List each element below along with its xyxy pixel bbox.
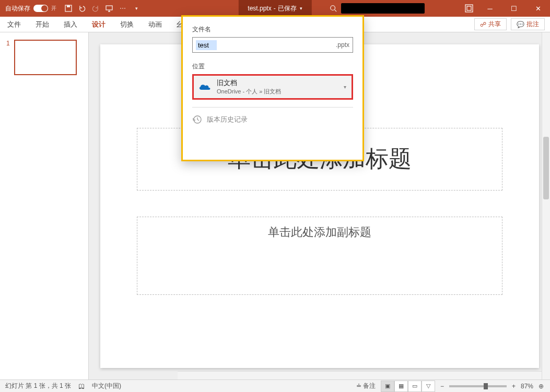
title-dropdown-panel: 文件名 .pptx 位置 旧文档 OneDrive - 个人 » 旧文档 ▾ 版… bbox=[181, 15, 364, 161]
filename-input[interactable] bbox=[196, 40, 217, 50]
redo-icon[interactable] bbox=[91, 4, 100, 13]
title-bar: 自动保存 开 ⋯ ▾ test.pptx - 已保存 ▾ ─ ☐ ✕ bbox=[0, 0, 550, 17]
autosave-state: 开 bbox=[51, 5, 56, 12]
thumbnail-number: 1 bbox=[6, 40, 10, 75]
save-icon[interactable] bbox=[64, 4, 73, 13]
svg-rect-1 bbox=[67, 5, 70, 7]
slideshow-view-button[interactable]: ▽ bbox=[422, 381, 435, 392]
reading-view-button[interactable]: ▭ bbox=[408, 381, 422, 392]
fit-window-button[interactable]: ⊕ bbox=[539, 383, 544, 390]
notes-button[interactable]: ≐ 备注 bbox=[356, 382, 376, 390]
svg-rect-2 bbox=[106, 6, 112, 10]
normal-view-button[interactable]: ▣ bbox=[381, 381, 394, 392]
autosave-toggle[interactable] bbox=[33, 5, 48, 12]
version-history-label: 版本历史记录 bbox=[207, 115, 248, 124]
tab-home[interactable]: 开始 bbox=[28, 17, 56, 32]
location-title: 旧文档 bbox=[217, 79, 281, 88]
search-box[interactable] bbox=[341, 3, 425, 14]
thumbnail-preview bbox=[14, 40, 77, 75]
qat-dropdown-icon[interactable]: ▾ bbox=[132, 4, 141, 13]
maximize-button[interactable]: ☐ bbox=[502, 0, 526, 17]
thumbnail-pane: 1 bbox=[0, 32, 89, 379]
vertical-scrollbar[interactable] bbox=[542, 32, 550, 379]
zoom-in-button[interactable]: + bbox=[512, 383, 516, 390]
subtitle-placeholder[interactable]: 单击此处添加副标题 bbox=[137, 217, 502, 295]
separator bbox=[192, 107, 353, 108]
share-button[interactable]: ☍共享 bbox=[474, 18, 507, 30]
title-saved-state: 已保存 bbox=[278, 4, 297, 13]
zoom-percent[interactable]: 87% bbox=[521, 383, 533, 390]
title-filename: test.pptx bbox=[248, 5, 271, 12]
account-icon[interactable] bbox=[460, 0, 478, 17]
location-path: OneDrive - 个人 » 旧文档 bbox=[217, 88, 281, 95]
tab-animations[interactable]: 动画 bbox=[141, 17, 169, 32]
location-selector[interactable]: 旧文档 OneDrive - 个人 » 旧文档 ▾ bbox=[192, 74, 353, 100]
horizontal-scrollbar[interactable] bbox=[178, 371, 542, 379]
undo-icon[interactable] bbox=[77, 4, 87, 13]
autosave-group: 自动保存 开 bbox=[0, 4, 56, 13]
svg-rect-5 bbox=[467, 6, 471, 10]
slide-counter[interactable]: 幻灯片 第 1 张，共 1 张 bbox=[5, 382, 71, 390]
zoom-out-button[interactable]: − bbox=[440, 383, 444, 390]
close-button[interactable]: ✕ bbox=[526, 0, 550, 17]
status-bar: 幻灯片 第 1 张，共 1 张 🕮 中文(中国) ≐ 备注 ▣ ▦ ▭ ▽ − … bbox=[0, 379, 550, 392]
more-icon[interactable]: ⋯ bbox=[118, 4, 127, 13]
onedrive-icon bbox=[198, 82, 212, 92]
language-label[interactable]: 中文(中国) bbox=[92, 382, 121, 390]
autosave-label: 自动保存 bbox=[5, 4, 30, 13]
filename-field[interactable]: .pptx bbox=[192, 37, 353, 53]
zoom-slider[interactable] bbox=[449, 385, 507, 387]
minimize-button[interactable]: ─ bbox=[478, 0, 502, 17]
sorter-view-button[interactable]: ▦ bbox=[394, 381, 408, 392]
chevron-down-icon: ▾ bbox=[300, 6, 302, 11]
tab-design[interactable]: 设计 bbox=[85, 17, 113, 32]
slide-thumbnail[interactable]: 1 bbox=[6, 40, 82, 75]
view-buttons: ▣ ▦ ▭ ▽ bbox=[381, 381, 435, 392]
quick-access-toolbar: ⋯ ▾ bbox=[64, 4, 141, 13]
history-icon bbox=[192, 115, 202, 124]
filename-label: 文件名 bbox=[192, 25, 353, 34]
present-icon[interactable] bbox=[104, 4, 114, 13]
svg-rect-4 bbox=[465, 5, 473, 12]
document-title-dropdown[interactable]: test.pptx - 已保存 ▾ bbox=[238, 0, 311, 17]
location-label: 位置 bbox=[192, 62, 353, 71]
file-extension: .pptx bbox=[336, 41, 349, 49]
chevron-down-icon: ▾ bbox=[344, 84, 346, 90]
window-controls: ─ ☐ ✕ bbox=[460, 0, 550, 17]
comments-button[interactable]: 💬批注 bbox=[511, 18, 545, 30]
tab-transitions[interactable]: 切换 bbox=[113, 17, 141, 32]
tab-insert[interactable]: 插入 bbox=[56, 17, 85, 32]
version-history-button[interactable]: 版本历史记录 bbox=[192, 115, 353, 124]
svg-point-3 bbox=[331, 6, 335, 10]
accessibility-icon[interactable]: 🕮 bbox=[78, 383, 85, 390]
tab-file[interactable]: 文件 bbox=[0, 17, 28, 32]
